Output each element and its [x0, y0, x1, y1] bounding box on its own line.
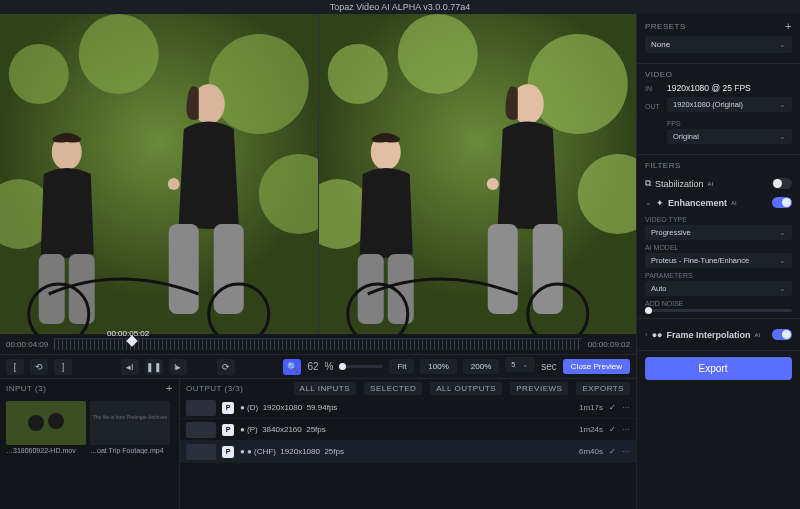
svg-rect-33 — [90, 401, 170, 445]
refresh-button[interactable]: ⟳ — [217, 359, 235, 375]
input-thumb[interactable]: …318060922-HD.mov — [6, 401, 86, 505]
add-noise-label: ADD NOISE — [645, 300, 792, 307]
svg-point-18 — [527, 34, 627, 134]
svg-point-31 — [28, 415, 44, 431]
add-input-button[interactable]: + — [166, 382, 173, 394]
presets-title: PRESETS — [645, 22, 686, 31]
fps-select[interactable]: Original⌄ — [667, 129, 792, 144]
svg-point-32 — [48, 413, 64, 429]
enhancement-toggle[interactable] — [772, 197, 792, 208]
svg-text:The file is from Prelinger Arc: The file is from Prelinger Archives — [93, 414, 168, 420]
video-out-select[interactable]: 1920x1080 (Original)⌄ — [667, 97, 792, 112]
input-filename: …318060922-HD.mov — [6, 447, 86, 454]
out-label: OUT — [645, 103, 663, 110]
export-button[interactable]: Export⌄ — [645, 357, 792, 380]
filter-stabilization: ⧉StabilizationAI — [645, 174, 792, 193]
input-filename: …oat Trip Footage.mp4 — [90, 447, 170, 454]
mark-in-button[interactable]: [ — [6, 359, 24, 375]
frames-icon: ●● — [652, 330, 663, 340]
add-preset-button[interactable]: + — [785, 20, 792, 32]
preview-right[interactable] — [319, 14, 637, 334]
output-thumb — [186, 444, 216, 460]
titlebar: Topaz Video AI ALPHA v3.0.0.77a4 — [0, 0, 800, 14]
zoom-pct: % — [325, 361, 334, 372]
step-unit: sec — [541, 361, 557, 372]
time-current: 00:00:04:09 — [6, 340, 48, 349]
zoom-100-button[interactable]: 100% — [420, 359, 456, 374]
output-rows: P ● (D) 1920x1080 59.94fps 1m17s ✓ ⋯ P ●… — [180, 397, 636, 509]
zoom-slider[interactable] — [339, 365, 383, 368]
ai-model-select[interactable]: Proteus - Fine-Tune/Enhance⌄ — [645, 253, 792, 268]
svg-rect-23 — [532, 224, 562, 314]
svg-rect-7 — [169, 224, 199, 314]
input-panel: INPUT (3) + …318060922-HD.mov The file i… — [0, 379, 180, 509]
row-menu-button[interactable]: ⋯ — [622, 425, 630, 434]
parameters-label: PARAMETERS — [645, 272, 792, 279]
row-menu-button[interactable]: ⋯ — [622, 403, 630, 412]
svg-point-9 — [168, 178, 180, 190]
timeline-ruler[interactable]: 00:00:05:02 — [54, 338, 581, 350]
output-row[interactable]: P ● (P) 3840x2160 25fps 1m24s ✓ ⋯ — [180, 419, 636, 441]
play-pause-button[interactable]: ❚❚ — [145, 359, 163, 375]
output-duration: 6m40s — [579, 447, 603, 456]
tab-all-inputs[interactable]: All Inputs — [294, 382, 357, 395]
mark-out-button[interactable]: ] — [54, 359, 72, 375]
frame-interp-section: ›●●Frame InterpolationAI — [637, 319, 800, 351]
video-title: VIDEO — [645, 70, 672, 79]
svg-rect-30 — [6, 401, 86, 445]
fps-label: FPS — [667, 120, 792, 127]
zoom-tool-button[interactable]: 🔍 — [283, 359, 301, 375]
tab-previews[interactable]: Previews — [510, 382, 568, 395]
video-in-value: 1920x1080 @ 25 FPS — [667, 83, 751, 93]
filter-enhancement: ⌄✦EnhancementAI — [645, 193, 792, 212]
zoom-fit-button[interactable]: Fit — [389, 359, 414, 374]
prev-frame-button[interactable]: ◂I — [121, 359, 139, 375]
filters-title: FILTERS — [645, 161, 681, 170]
svg-rect-8 — [214, 224, 244, 314]
svg-point-16 — [327, 44, 387, 104]
close-preview-button[interactable]: Close Preview — [563, 359, 630, 374]
check-icon: ✓ — [609, 425, 616, 434]
preset-select[interactable]: None⌄ — [645, 36, 792, 53]
output-row[interactable]: P ● ● (CHF) 1920x1080 25fps 6m40s ✓ ⋯ — [180, 441, 636, 463]
output-thumb — [186, 400, 216, 416]
next-frame-button[interactable]: I▸ — [169, 359, 187, 375]
frame-interp-toggle[interactable] — [772, 329, 792, 340]
stabilization-toggle[interactable] — [772, 178, 792, 189]
preview-left[interactable] — [0, 14, 318, 334]
loop-button[interactable]: ⟲ — [30, 359, 48, 375]
row-menu-button[interactable]: ⋯ — [622, 447, 630, 456]
output-duration: 1m24s — [579, 425, 603, 434]
time-end: 00:00:09:02 — [588, 340, 630, 349]
video-type-label: VIDEO TYPE — [645, 216, 792, 223]
step-select[interactable]: 5⌄ — [505, 357, 535, 372]
tab-exports[interactable]: Exports — [576, 382, 630, 395]
video-type-select[interactable]: Progressive⌄ — [645, 225, 792, 240]
timeline[interactable]: 00:00:04:09 00:00:05:02 00:00:09:02 — [0, 334, 636, 354]
parameters-select[interactable]: Auto⌄ — [645, 281, 792, 296]
playback-controls: [ ⟲ ] ◂I ❚❚ I▸ ⟳ 🔍 62 % Fit 100% 200% 5⌄… — [0, 354, 636, 378]
add-noise-slider[interactable] — [645, 309, 792, 312]
tab-selected[interactable]: Selected — [364, 382, 422, 395]
svg-point-2 — [79, 14, 159, 94]
presets-section: PRESETS+ None⌄ — [637, 14, 800, 64]
output-badge: P — [222, 446, 234, 458]
tab-all-outputs[interactable]: All Outputs — [430, 382, 502, 395]
check-icon: ✓ — [609, 447, 616, 456]
sparkle-icon: ✦ — [656, 198, 664, 208]
svg-point-3 — [209, 34, 309, 134]
app-title: Topaz Video AI ALPHA v3.0.0.77a4 — [330, 2, 470, 12]
svg-point-1 — [9, 44, 69, 104]
chevron-down-icon: ⌄ — [731, 364, 738, 373]
chevron-right-icon[interactable]: › — [645, 330, 648, 339]
preview-area — [0, 14, 636, 334]
chevron-down-icon[interactable]: ⌄ — [645, 198, 652, 207]
output-badge: P — [222, 424, 234, 436]
zoom-200-button[interactable]: 200% — [463, 359, 499, 374]
input-thumb[interactable]: The file is from Prelinger Archives …oat… — [90, 401, 170, 505]
sidebar: PRESETS+ None⌄ VIDEO IN 1920x1080 @ 25 F… — [636, 14, 800, 509]
input-header: INPUT (3) — [6, 384, 46, 393]
output-row[interactable]: P ● (D) 1920x1080 59.94fps 1m17s ✓ ⋯ — [180, 397, 636, 419]
svg-rect-22 — [487, 224, 517, 314]
stabilization-icon: ⧉ — [645, 178, 651, 189]
